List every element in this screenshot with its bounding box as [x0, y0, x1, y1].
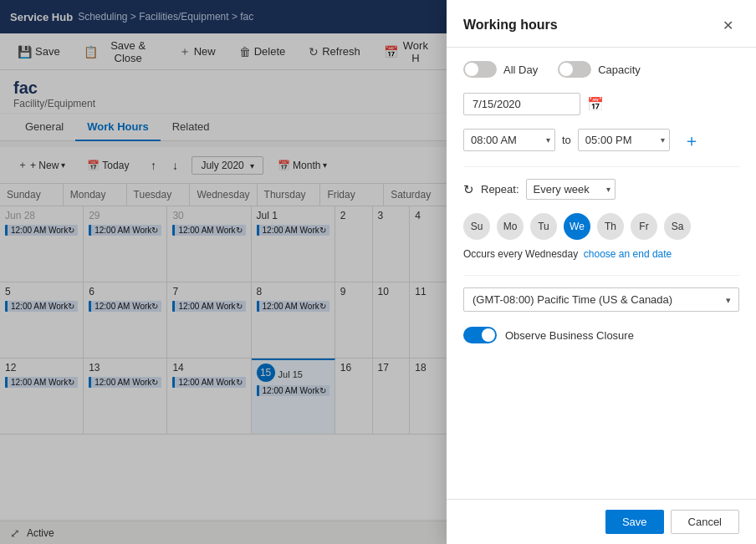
- date-input[interactable]: [463, 93, 580, 115]
- observe-closure-row: Observe Business Closure: [463, 327, 739, 343]
- modal-title: Working hours: [463, 18, 558, 33]
- start-time-wrapper: 08:00 AM 09:00 AM 10:00 AM ▾: [463, 129, 555, 151]
- all-day-toggle[interactable]: [463, 61, 497, 78]
- end-time-wrapper: 05:00 PM 06:00 PM 07:00 PM ▾: [578, 129, 670, 151]
- day-circle-fr[interactable]: Fr: [631, 213, 657, 240]
- working-hours-panel: Working hours ✕ All Day Capacity 📅 08:00…: [447, 0, 756, 544]
- day-circle-tu[interactable]: Tu: [530, 213, 557, 240]
- repeat-label: Repeat:: [481, 183, 519, 196]
- observe-closure-label: Observe Business Closure: [505, 329, 634, 342]
- occurs-text: Occurs every Wednesday choose an end dat…: [463, 248, 739, 260]
- toggle-row: All Day Capacity: [463, 61, 739, 78]
- repeat-row: ↻ Repeat: Every week Every day Every mon…: [463, 179, 739, 200]
- time-row: 08:00 AM 09:00 AM 10:00 AM ▾ to 05:00 PM…: [463, 129, 739, 151]
- all-day-label: All Day: [503, 64, 538, 76]
- time-separator: to: [562, 134, 571, 146]
- start-time-select[interactable]: 08:00 AM 09:00 AM 10:00 AM: [463, 129, 555, 151]
- day-circle-su[interactable]: Su: [463, 213, 490, 240]
- modal-footer: Save Cancel: [447, 499, 756, 544]
- capacity-toggle-item: Capacity: [558, 61, 641, 78]
- day-circle-sa[interactable]: Sa: [664, 213, 691, 240]
- capacity-toggle[interactable]: [558, 61, 591, 78]
- modal-body: All Day Capacity 📅 08:00 AM 09:00 AM 10:…: [447, 48, 756, 499]
- day-circle-mo[interactable]: Mo: [497, 213, 524, 240]
- observe-closure-toggle[interactable]: [463, 327, 497, 343]
- repeat-icon: ↻: [463, 182, 474, 197]
- section-divider: [463, 166, 739, 167]
- close-button[interactable]: ✕: [716, 13, 739, 37]
- section-divider-2: [463, 275, 739, 276]
- repeat-select-wrapper: Every week Every day Every month Every y…: [526, 179, 616, 200]
- modal-header: Working hours ✕: [447, 0, 756, 48]
- day-circle-th[interactable]: Th: [597, 213, 624, 240]
- day-circles: Su Mo Tu We Th Fr Sa: [463, 213, 739, 240]
- all-day-toggle-item: All Day: [463, 61, 538, 78]
- capacity-label: Capacity: [598, 64, 641, 76]
- choose-end-date-link[interactable]: choose an end date: [584, 248, 672, 260]
- timezone-select[interactable]: (GMT-08:00) Pacific Time (US & Canada) (…: [463, 287, 739, 312]
- modal-save-button[interactable]: Save: [605, 510, 664, 534]
- calendar-picker-icon[interactable]: 📅: [587, 96, 604, 112]
- timezone-wrapper: (GMT-08:00) Pacific Time (US & Canada) (…: [463, 287, 739, 312]
- day-circle-we[interactable]: We: [564, 213, 590, 240]
- repeat-select[interactable]: Every week Every day Every month Every y…: [526, 179, 616, 200]
- modal-cancel-button[interactable]: Cancel: [671, 510, 739, 534]
- add-time-button[interactable]: ＋: [683, 132, 700, 149]
- date-field: 📅: [463, 93, 739, 115]
- end-time-select[interactable]: 05:00 PM 06:00 PM 07:00 PM: [578, 129, 670, 151]
